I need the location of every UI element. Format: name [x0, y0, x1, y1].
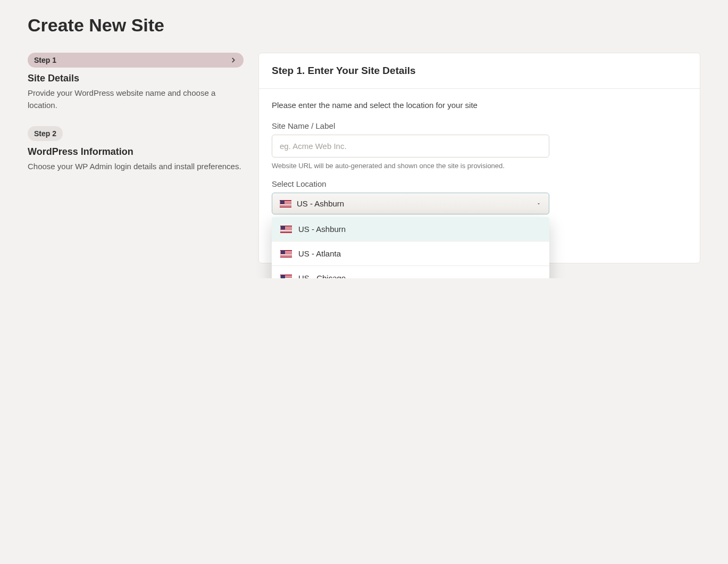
step-2-block: Step 2 WordPress Information Choose your…: [28, 126, 244, 173]
site-name-group: Site Name / Label Website URL will be au…: [272, 121, 687, 170]
location-selected-value: US - Ashburn: [297, 199, 344, 208]
us-flag-icon: [280, 250, 292, 258]
us-flag-icon: [280, 200, 291, 208]
steps-sidebar: Step 1 Site Details Provide your WordPre…: [28, 53, 244, 188]
step-1-block: Step 1 Site Details Provide your WordPre…: [28, 53, 244, 111]
card-header: Step 1. Enter Your Site Details: [259, 53, 700, 89]
location-option[interactable]: US - Chicago: [272, 266, 549, 278]
chevron-right-icon: [230, 56, 237, 64]
us-flag-icon: [280, 226, 292, 233]
step-1-pill[interactable]: Step 1: [28, 53, 244, 68]
step-2-title: WordPress Information: [28, 146, 244, 157]
step-1-title: Site Details: [28, 73, 244, 84]
card-intro: Please enter the name and select the loc…: [272, 101, 687, 110]
location-select[interactable]: US - Ashburn: [272, 193, 549, 214]
location-dropdown: US - AshburnUS - AtlantaUS - ChicagoUS -…: [272, 217, 549, 278]
page-title: Create New Site: [28, 15, 700, 36]
step-2-pill[interactable]: Step 2: [28, 126, 63, 141]
site-details-card: Step 1. Enter Your Site Details Please e…: [258, 53, 700, 263]
location-group: Select Location US - Ashburn US - Ashbur…: [272, 179, 687, 214]
location-option-label: US - Ashburn: [298, 225, 346, 234]
caret-down-icon: [536, 201, 541, 206]
location-label: Select Location: [272, 179, 687, 188]
site-name-label: Site Name / Label: [272, 121, 687, 130]
location-option-label: US - Atlanta: [298, 249, 341, 258]
step-2-desc: Choose your WP Admin login details and i…: [28, 161, 244, 173]
site-name-hint: Website URL will be auto-generated and s…: [272, 162, 687, 170]
card-title: Step 1. Enter Your Site Details: [272, 65, 687, 77]
step-2-pill-label: Step 2: [34, 129, 56, 138]
us-flag-icon: [280, 275, 292, 279]
location-option-label: US - Chicago: [298, 273, 346, 278]
main-panel: Step 1. Enter Your Site Details Please e…: [258, 53, 700, 263]
site-name-input[interactable]: [272, 135, 549, 157]
step-1-desc: Provide your WordPress website name and …: [28, 87, 244, 111]
location-option[interactable]: US - Atlanta: [272, 242, 549, 266]
step-1-pill-label: Step 1: [34, 56, 56, 64]
location-option[interactable]: US - Ashburn: [272, 217, 549, 242]
